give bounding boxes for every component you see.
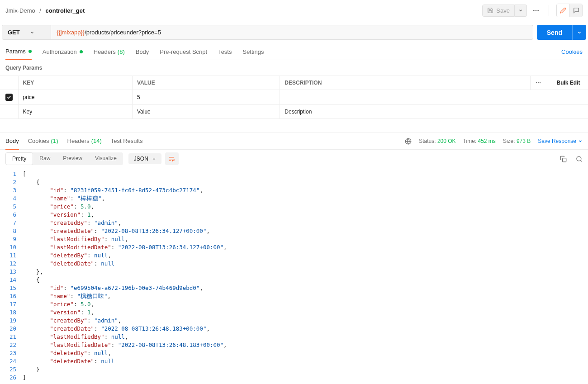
tab-headers-count: (8) [118,48,125,55]
tab-prerequest[interactable]: Pre-request Script [160,43,207,60]
more-options-button[interactable] [531,5,541,16]
url-input[interactable]: {{jmixapp}}/products/priceunder?price=5 [51,25,533,39]
breadcrumb-parent[interactable]: Jmix-Demo [5,7,35,14]
svg-rect-10 [563,158,566,161]
check-icon [7,95,11,100]
param-value-input[interactable]: Value [132,105,280,119]
svg-point-1 [536,10,537,11]
param-desc-cell[interactable] [280,90,588,105]
request-tabs-left: Params Authorization Headers (8) Body Pr… [5,43,264,60]
table-row: price 5 [0,90,588,105]
rtab-headers[interactable]: Headers (14) [67,133,102,149]
save-response-button[interactable]: Save Response [538,138,583,144]
tab-params-label: Params [5,48,26,55]
search-button[interactable] [576,156,583,162]
wrap-lines-button[interactable] [165,152,179,165]
url-group: GET {{jmixapp}}/products/priceunder?pric… [2,25,533,40]
request-bar: GET {{jmixapp}}/products/priceunder?pric… [0,21,588,43]
status-value: 200 OK [437,138,456,144]
rtab-cookies-count: (1) [51,137,58,145]
tab-params[interactable]: Params [5,43,32,60]
chevron-down-icon [518,8,523,13]
save-label: Save [496,7,510,14]
view-visualize[interactable]: Visualize [89,152,123,165]
response-tabs: Body Cookies (1) Headers (14) Test Resul… [0,133,588,149]
th-options[interactable] [530,76,552,90]
param-value-cell[interactable]: 5 [132,90,280,105]
tab-headers-label: Headers [94,48,116,55]
send-button[interactable]: Send [537,25,572,40]
cookies-link[interactable]: Cookies [561,48,583,55]
rtab-cookies[interactable]: Cookies (1) [28,133,58,149]
chevron-down-icon [30,30,34,35]
response-body[interactable]: 1234567891011121314151617181920212223242… [0,168,588,384]
format-dropdown[interactable]: JSON [128,153,161,164]
breadcrumb-current: controller_get [46,7,85,14]
mode-toggle [556,4,583,17]
pencil-icon [560,7,566,14]
method-dropdown[interactable]: GET [2,25,51,39]
comment-mode-button[interactable] [569,4,582,17]
time-value: 452 ms [478,138,496,144]
save-group: Save [482,5,527,17]
bulk-edit-button[interactable]: Bulk Edit [552,76,588,90]
globe-icon[interactable] [405,138,412,145]
save-button[interactable]: Save [482,5,515,17]
size-block[interactable]: Size: 973 B [503,138,531,144]
tab-authorization[interactable]: Authorization [43,43,83,60]
row-checkbox-cell[interactable] [0,90,18,105]
status-label: Status: [419,138,436,144]
view-pretty[interactable]: Pretty [5,152,33,165]
param-key-input[interactable]: Key [18,105,132,119]
rtab-cookies-label: Cookies [28,137,49,145]
dots-icon [535,80,541,86]
rtab-testresults[interactable]: Test Results [111,133,143,149]
size-value: 973 B [517,138,531,144]
breadcrumb: Jmix-Demo / controller_get [5,7,85,14]
checkbox-checked [5,94,13,101]
body-toolbar-left: Pretty Raw Preview Visualize JSON [5,152,179,165]
tab-headers[interactable]: Headers (8) [94,43,125,60]
chevron-down-icon [577,30,582,35]
url-path: /products/priceunder?price=5 [85,29,161,36]
status-block[interactable]: Status: 200 OK [419,138,455,144]
status-dot [28,50,32,53]
send-group: Send [537,25,586,40]
body-toolbar: Pretty Raw Preview Visualize JSON [0,149,588,168]
param-desc-input[interactable]: Description [280,105,588,119]
view-preview[interactable]: Preview [57,152,89,165]
svg-point-4 [537,82,538,83]
query-params-label: Query Params [0,60,588,76]
view-raw[interactable]: Raw [33,152,57,165]
row-checkbox-cell [0,105,18,119]
save-dropdown[interactable] [515,5,527,17]
method-label: GET [8,29,20,36]
time-label: Time: [463,138,477,144]
response-meta: Status: 200 OK Time: 452 ms Size: 973 B … [405,138,583,145]
save-response-label: Save Response [538,138,576,144]
copy-button[interactable] [560,156,567,162]
tab-body[interactable]: Body [136,43,149,60]
copy-icon [560,156,567,162]
rtab-headers-count: (14) [91,137,102,145]
svg-point-2 [537,10,539,11]
params-table: KEY VALUE DESCRIPTION Bulk Edit price 5 … [0,76,588,119]
param-key-cell[interactable]: price [18,90,132,105]
breadcrumb-sep: / [39,7,41,14]
tab-tests[interactable]: Tests [218,43,232,60]
header-actions: Save [482,4,583,17]
view-mode-group: Pretty Raw Preview Visualize [5,152,123,165]
request-tabs: Params Authorization Headers (8) Body Pr… [0,43,588,60]
time-block[interactable]: Time: 452 ms [463,138,496,144]
save-icon [487,7,493,14]
rtab-body[interactable]: Body [5,133,19,150]
wrap-icon [168,156,175,162]
svg-point-11 [577,156,581,161]
tab-settings[interactable]: Settings [242,43,264,60]
header-bar: Jmix-Demo / controller_get Save [0,0,588,21]
search-icon [576,156,583,162]
svg-point-0 [533,10,535,11]
edit-mode-button[interactable] [557,4,569,17]
send-dropdown[interactable] [572,25,586,40]
rtab-headers-label: Headers [67,137,90,145]
